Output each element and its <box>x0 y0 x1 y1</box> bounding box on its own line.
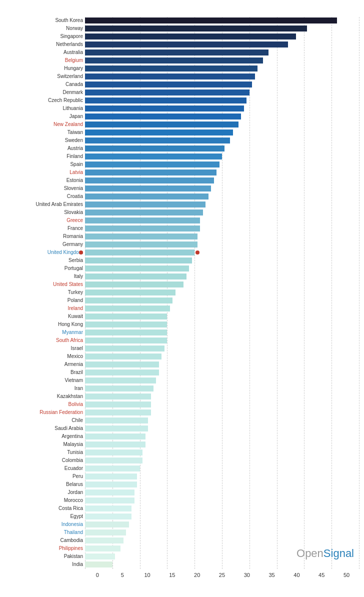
bar-row <box>85 561 359 568</box>
bar-row <box>85 313 359 320</box>
bar <box>85 370 159 376</box>
x-axis-label: 30 <box>234 572 260 578</box>
y-label: Jordan <box>5 489 85 496</box>
y-label: Iran <box>5 385 85 392</box>
x-axis-label: 0 <box>85 572 110 578</box>
bar-row <box>85 97 359 104</box>
y-label: Kuwait <box>5 313 85 320</box>
bar <box>85 26 307 32</box>
y-label: Bolivia <box>5 401 85 408</box>
bar <box>85 130 233 136</box>
y-label: Finland <box>5 153 85 160</box>
y-label: Croatia <box>5 193 85 200</box>
bar <box>85 498 134 504</box>
bar <box>85 226 200 232</box>
x-axis-label: 20 <box>184 572 210 578</box>
y-label: Poland <box>5 297 85 304</box>
x-axis-labels: 05101520253035404550 <box>5 572 359 578</box>
bar <box>85 466 140 472</box>
bar <box>85 34 296 40</box>
x-axis-label: 10 <box>135 572 160 578</box>
bar-row <box>85 353 359 360</box>
bar-row <box>85 345 359 352</box>
bar-row <box>85 201 359 208</box>
bar <box>85 98 246 104</box>
bar-row <box>85 505 359 512</box>
grid-line <box>359 17 360 569</box>
bar-row <box>85 537 359 544</box>
bar-row <box>85 113 359 120</box>
y-label: Serbia <box>5 257 85 264</box>
bar <box>85 418 148 424</box>
y-label: Estonia <box>5 177 85 184</box>
bar <box>85 322 167 328</box>
bar <box>85 338 167 344</box>
bar-row <box>85 489 359 496</box>
y-label: United Kingdom <box>5 249 85 256</box>
bar <box>85 282 184 288</box>
bar-row <box>85 185 359 192</box>
bar-row <box>85 529 359 536</box>
y-label: Morocco <box>5 497 85 504</box>
y-label: Germany <box>5 241 85 248</box>
bars-section <box>85 17 359 569</box>
y-label: Hungary <box>5 65 85 72</box>
bar-row <box>85 385 359 392</box>
y-label: Hong Kong <box>5 321 85 328</box>
bar-row <box>85 441 359 448</box>
y-label: Ecuador <box>5 465 85 472</box>
x-axis-label: 45 <box>309 572 334 578</box>
bar <box>85 490 134 496</box>
bar <box>85 386 154 392</box>
y-label: Norway <box>5 25 85 32</box>
bar-row <box>85 17 359 24</box>
bar <box>85 402 151 408</box>
y-label: Italy <box>5 273 85 280</box>
bar-row <box>85 33 359 40</box>
y-label: Austria <box>5 145 85 152</box>
bar <box>85 250 194 256</box>
bar <box>85 170 216 176</box>
bar-row <box>85 217 359 224</box>
bar <box>85 194 208 200</box>
y-label: Greece <box>5 217 85 224</box>
y-label: Singapore <box>5 33 85 40</box>
x-axis-label: 15 <box>160 572 184 578</box>
y-label: Vietnam <box>5 377 85 384</box>
y-label: Pakistan <box>5 553 85 560</box>
y-label: Indonesia <box>5 521 85 528</box>
bar <box>85 442 146 448</box>
y-label: Egypt <box>5 513 85 520</box>
bar-row <box>85 417 359 424</box>
y-label: France <box>5 225 85 232</box>
bar-row <box>85 73 359 80</box>
y-label: Turkey <box>5 289 85 296</box>
y-label: Myanmar <box>5 329 85 336</box>
y-label: Chile <box>5 417 85 424</box>
bar <box>85 522 129 528</box>
bar <box>85 538 124 544</box>
y-label: Slovakia <box>5 209 85 216</box>
bar-row <box>85 409 359 416</box>
y-label: Mexico <box>5 353 85 360</box>
bar-row <box>85 121 359 128</box>
bar-row <box>85 233 359 240</box>
bar <box>85 154 222 160</box>
bar <box>85 266 189 272</box>
bar-row <box>85 41 359 48</box>
bar-row <box>85 153 359 160</box>
bar-row <box>85 321 359 328</box>
opensignal-signal: Signal <box>324 547 354 560</box>
bar <box>85 42 288 48</box>
bar-row <box>85 89 359 96</box>
bar <box>85 330 167 336</box>
bar-row <box>85 249 359 256</box>
y-label: India <box>5 561 85 568</box>
bar <box>85 298 172 304</box>
bar <box>85 218 200 224</box>
bar-row <box>85 393 359 400</box>
y-label: Saudi Arabia <box>5 425 85 432</box>
bar-row <box>85 481 359 488</box>
bar <box>85 202 206 208</box>
uk-dot-left <box>79 250 83 254</box>
